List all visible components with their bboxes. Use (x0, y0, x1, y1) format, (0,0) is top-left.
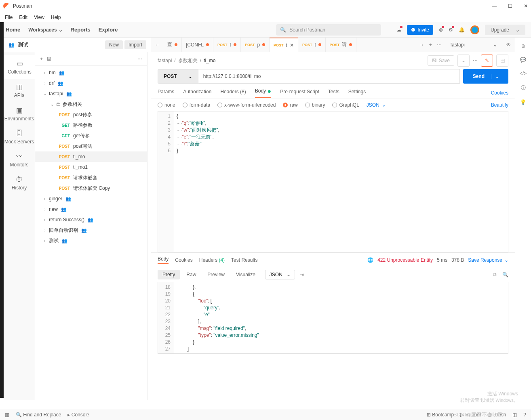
folder-item[interactable]: ›ginger👥 (35, 193, 147, 204)
info-icon[interactable]: ⓘ (521, 84, 526, 91)
nav-mock-servers[interactable]: 🗄Mock Servers (4, 126, 35, 149)
url-input[interactable]: http://127.0.0.1:8000/ti_mo (198, 69, 460, 84)
workspace-name[interactable]: 测试 (18, 41, 28, 48)
find-replace-button[interactable]: 🔍 Find and Replace (16, 412, 61, 418)
folder-item[interactable]: ›drf👥 (35, 78, 147, 88)
request-item[interactable]: GET路径参数 (35, 120, 147, 130)
tab-menu-icon[interactable]: ⋯ (437, 42, 442, 48)
resp-tab-headers[interactable]: Headers (4) (199, 257, 225, 263)
environment-selector[interactable]: fastapi⌄ (447, 42, 501, 48)
folder-item[interactable]: ›new👥 (35, 204, 147, 214)
chevron-down-icon[interactable]: ⌄ (491, 74, 499, 79)
editor-tab[interactable]: 查 (163, 38, 182, 52)
nav-environments[interactable]: ▣Environments (4, 102, 35, 126)
chevron-icon[interactable]: › (42, 71, 47, 75)
mode-pretty[interactable]: Pretty (158, 270, 180, 279)
copy-icon[interactable]: ⧉ (493, 272, 497, 277)
chevron-icon[interactable]: › (42, 197, 47, 201)
minimize-icon[interactable]: — (492, 3, 497, 9)
save-response-button[interactable]: Save Response ⌄ (468, 257, 508, 263)
nav-reports[interactable]: Reports (71, 27, 91, 33)
save-button[interactable]: 🖫Save (428, 55, 454, 66)
nav-monitors[interactable]: 〰Monitors (4, 149, 35, 172)
folder-item[interactable]: ›测试👥 (35, 235, 147, 246)
new-button[interactable]: New (105, 40, 123, 49)
nav-history[interactable]: ⏱History (4, 172, 35, 195)
close-tab-icon[interactable]: ✕ (290, 42, 294, 48)
bootcamp-button[interactable]: ⊞ Bootcamp (427, 412, 454, 418)
edit-icon[interactable]: ✎ (481, 55, 493, 67)
editor-tab[interactable]: POST请 (326, 38, 357, 52)
import-button[interactable]: Import (124, 40, 146, 49)
body-raw[interactable]: raw (283, 102, 297, 108)
filter-icon[interactable]: ⚃ (47, 56, 51, 62)
tab-authorization[interactable]: Authorization (183, 89, 211, 97)
cookies-link[interactable]: Cookies (491, 90, 508, 96)
save-dropdown[interactable]: ⌄ (457, 55, 470, 67)
method-selector[interactable]: POST⌄ (158, 69, 198, 84)
body-graphql[interactable]: GraphQL (332, 102, 359, 108)
maximize-icon[interactable]: ☐ (508, 3, 512, 9)
upgrade-button[interactable]: Upgrade⌄ (485, 25, 525, 35)
body-formdata[interactable]: form-data (183, 102, 210, 108)
sidebar-toggle-icon[interactable]: ▥ (5, 412, 9, 418)
resp-tab-tests[interactable]: Test Results (231, 257, 257, 263)
more-icon[interactable]: ⋯ (473, 58, 478, 63)
search-input[interactable]: 🔍 Search Postman (276, 24, 381, 36)
network-icon[interactable]: 🌐 (367, 257, 373, 263)
chevron-icon[interactable]: › (42, 218, 47, 222)
comment-icon[interactable]: ▤ (496, 55, 508, 67)
nav-home[interactable]: Home (6, 27, 20, 33)
mode-preview[interactable]: Preview (202, 270, 230, 279)
runner-button[interactable]: ▷ Runner (460, 412, 481, 418)
nav-workspaces[interactable]: Workspaces⌄ (28, 27, 62, 33)
body-none[interactable]: none (158, 102, 175, 108)
tab-settings[interactable]: Settings (348, 89, 366, 97)
request-item[interactable]: POSTpost写法一 (35, 141, 147, 151)
mode-raw[interactable]: Raw (181, 270, 201, 279)
editor-tab[interactable]: [CONFL (182, 38, 213, 52)
folder-item[interactable]: ›回单自动识别👥 (35, 225, 147, 235)
folder-item[interactable]: ›return Success()👥 (35, 214, 147, 225)
code-icon[interactable]: </> (520, 71, 527, 76)
raw-type-selector[interactable]: JSON⌄ (367, 102, 386, 108)
docs-icon[interactable]: 🗎 (521, 43, 526, 49)
editor-tab[interactable]: POSTt (213, 38, 241, 52)
env-quicklook-icon[interactable]: 👁 (506, 42, 511, 48)
response-body-editor[interactable]: 1819202122232425262728 }, { "loc": [ "qu… (158, 282, 508, 354)
invite-button[interactable]: ⚉Invite (407, 25, 433, 35)
console-button[interactable]: ▸ Console (67, 412, 89, 418)
two-pane-icon[interactable]: ◫ (512, 412, 517, 418)
menu-view[interactable]: View (34, 15, 44, 20)
trash-button[interactable]: 🗑 Trash (488, 412, 506, 418)
wrap-icon[interactable]: ⇥ (300, 272, 304, 277)
tab-params[interactable]: Params (158, 89, 174, 97)
request-item[interactable]: POST请求体嵌套 (35, 172, 147, 183)
editor-tab[interactable]: POSTt (298, 38, 326, 52)
tab-body[interactable]: Body ● (255, 88, 271, 98)
chevron-icon[interactable]: ⌄ (42, 92, 47, 96)
nav-apis[interactable]: ◫APIs (4, 79, 35, 102)
chevron-icon[interactable]: › (42, 207, 47, 212)
menu-edit[interactable]: Edit (19, 15, 27, 20)
request-item[interactable]: POSTpost传参 (35, 109, 147, 120)
tabs-forward-icon[interactable]: → (419, 42, 424, 48)
request-item[interactable]: POSTti_mo1 (35, 162, 147, 172)
chevron-icon[interactable]: › (42, 228, 47, 233)
add-icon[interactable]: + (40, 56, 43, 62)
tab-tests[interactable]: Tests (328, 89, 339, 97)
settings-icon[interactable]: ⚙ (449, 27, 453, 33)
resp-tab-body[interactable]: Body (158, 256, 169, 264)
chevron-icon[interactable]: › (42, 239, 47, 243)
help-icon[interactable]: ? (523, 412, 526, 418)
tab-headers[interactable]: Headers (8) (220, 89, 246, 97)
sync-icon[interactable]: ☁ (396, 27, 401, 33)
editor-tab[interactable]: POSTp (241, 38, 270, 52)
search-icon[interactable]: 🔍 (502, 272, 508, 277)
resp-tab-cookies[interactable]: Cookies (175, 257, 192, 263)
chevron-icon[interactable]: › (42, 81, 47, 86)
request-item[interactable]: GETget传参 (35, 130, 147, 141)
code-content[interactable]: { ····"q":"哈萨k", ····"w":"面对疾风把", ····"e… (174, 111, 508, 252)
notifications-icon[interactable]: 🔔 (459, 27, 465, 33)
nav-explore[interactable]: Explore (99, 27, 118, 33)
